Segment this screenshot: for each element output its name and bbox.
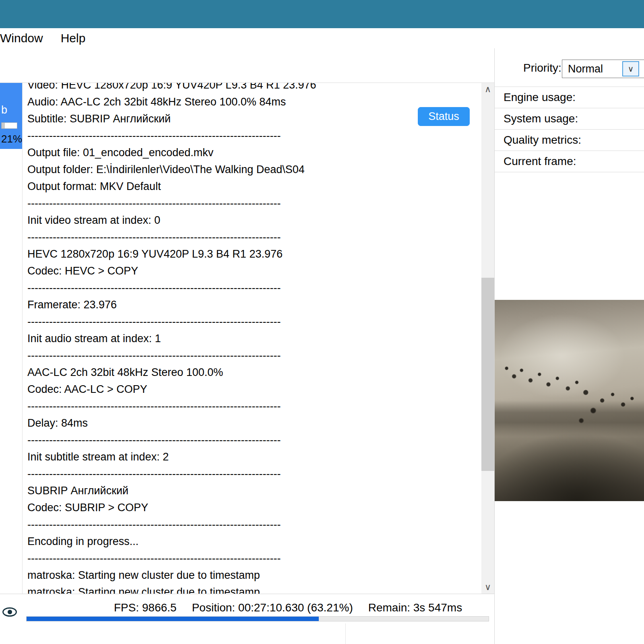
log-line: Init subtitle stream at index: 2 — [27, 448, 481, 465]
log-line: matroska: Starting new cluster due to ti… — [27, 567, 481, 584]
chevron-down-icon[interactable]: ∨ — [622, 61, 639, 76]
log-line: ----------------------------------------… — [27, 465, 481, 482]
statusbar-section-divider — [345, 623, 346, 644]
encode-progress-bar — [26, 616, 489, 621]
statusbar-divider — [0, 594, 494, 594]
position-value: Position: 00:27:10.630 (63.21%) — [192, 601, 353, 614]
log-line: Video: HEVC 1280x720p 16:9 YUV420P L9.3 … — [27, 83, 481, 93]
metric-row: Current frame: — [495, 151, 644, 172]
log-line: ----------------------------------------… — [27, 398, 481, 415]
eye-icon[interactable] — [2, 607, 17, 617]
fps-value: FPS: 9866.5 — [114, 601, 177, 614]
log-line: Audio: AAC-LC 2ch 32bit 48kHz Stereo 100… — [27, 93, 481, 110]
job-queue-column: b 21% — [0, 83, 23, 594]
job-item-selected[interactable]: b 21% — [0, 83, 22, 149]
scrollbar-thumb[interactable] — [481, 278, 494, 471]
log-line: Output folder: E:\İndirilenler\Video\The… — [27, 161, 481, 178]
log-line: ----------------------------------------… — [27, 313, 481, 330]
menu-bar: Window Help — [0, 28, 644, 48]
menu-window[interactable]: Window — [0, 31, 45, 46]
log-line: ----------------------------------------… — [27, 195, 481, 212]
metric-row: Quality metrics: — [495, 129, 644, 151]
menu-help[interactable]: Help — [59, 31, 87, 46]
job-progress-bar — [1, 122, 17, 129]
metric-row: Engine usage: — [495, 87, 644, 108]
log-line: ----------------------------------------… — [27, 279, 481, 296]
log-line: ----------------------------------------… — [27, 431, 481, 448]
log-lines: Video: HEVC 1280x720p 16:9 YUV420P L9.3 … — [23, 83, 481, 594]
log-line: Subtitle: SUBRIP Английский — [27, 110, 481, 127]
tab[interactable]: Status — [418, 107, 470, 126]
title-bar — [0, 0, 644, 28]
log-line: SUBRIP Английский — [27, 482, 481, 499]
log-scrollbar[interactable]: ∧ ∨ — [481, 83, 494, 594]
job-percent: 21% — [1, 133, 22, 145]
log-line: Encoding in progress... — [27, 533, 481, 550]
log-line: Output file: 01_encoded_encoded.mkv — [27, 144, 481, 161]
log-line: ----------------------------------------… — [27, 550, 481, 567]
current-frame-preview — [495, 300, 644, 501]
log-line: HEVC 1280x720p 16:9 YUV420P L9.3 B4 R1 2… — [27, 246, 481, 262]
log-line: matroska: Starting new cluster due to ti… — [27, 584, 481, 594]
metric-row: System usage: — [495, 108, 644, 129]
job-progress-fill — [2, 123, 5, 128]
log-line: Codec: HEVC > COPY — [27, 262, 481, 279]
log-line: ----------------------------------------… — [27, 347, 481, 364]
log-line: Init video stream at index: 0 — [27, 212, 481, 229]
job-name-fragment: b — [1, 104, 7, 116]
encode-progress-fill — [27, 617, 319, 621]
priority-select[interactable]: Normal ∨ — [562, 60, 644, 78]
log-line: Delay: 84ms — [27, 415, 481, 431]
log-line: ----------------------------------------… — [27, 229, 481, 246]
log-area[interactable]: Video: HEVC 1280x720p 16:9 YUV420P L9.3 … — [23, 83, 481, 594]
scroll-down-icon[interactable]: ∨ — [481, 581, 494, 594]
remain-value: Remain: 3s 547ms — [368, 601, 462, 614]
log-line: Codec: SUBRIP > COPY — [27, 499, 481, 516]
log-line: AAC-LC 2ch 32bit 48kHz Stereo 100.0% — [27, 364, 481, 381]
log-line: ----------------------------------------… — [27, 516, 481, 533]
log-line: Codec: AAC-LC > COPY — [27, 381, 481, 398]
encode-status-text: FPS: 9866.5 Position: 00:27:10.630 (63.2… — [114, 601, 462, 614]
log-line: ----------------------------------------… — [27, 127, 481, 144]
log-line: Output format: MKV Default — [27, 178, 481, 195]
scroll-up-icon[interactable]: ∧ — [481, 83, 494, 96]
metrics-panel: Engine usage: System usage: Quality metr… — [495, 87, 644, 172]
priority-label: Priority: — [523, 62, 561, 74]
priority-value: Normal — [568, 63, 603, 75]
log-line: Framerate: 23.976 — [27, 296, 481, 313]
log-line: Init audio stream at index: 1 — [27, 330, 481, 347]
